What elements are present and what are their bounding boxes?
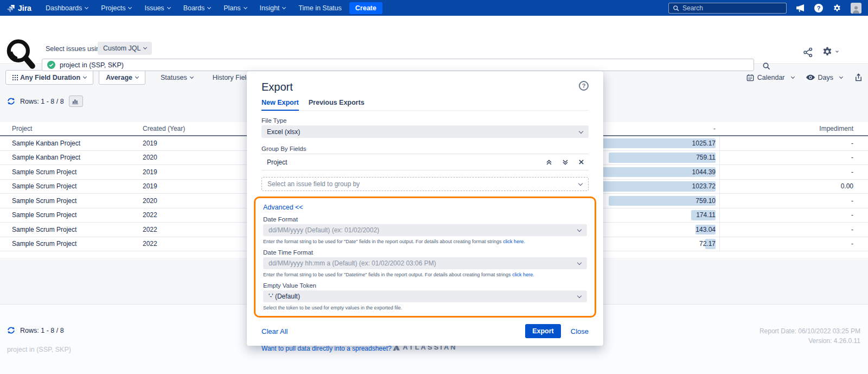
export-button[interactable]: Export [525, 324, 561, 338]
average-dropdown[interactable]: Average [99, 70, 145, 85]
nav-search-input[interactable]: Search [668, 3, 787, 14]
cell-project: Sample Kanban Project [0, 151, 143, 165]
chevron-down-icon [143, 46, 147, 49]
cell-year: 2019 [143, 136, 251, 150]
top-nav: Jira DashboardsProjectsIssuesBoardsPlans… [0, 0, 868, 16]
chevron-down-icon [167, 5, 171, 9]
group-by-label: Group By Fields [261, 145, 589, 152]
cell-value-text: 174.11 [696, 211, 716, 219]
jira-mark-icon [7, 4, 15, 12]
nav-item-projects[interactable]: Projects [101, 4, 131, 12]
cell-project: Sample Scrum Project [0, 180, 143, 194]
jira-logo[interactable]: Jira [7, 4, 31, 12]
rows-info-top: Rows: 1 - 8 / 8 [7, 96, 83, 107]
days-dropdown[interactable]: Days [806, 74, 843, 81]
brand-name: Jira [18, 4, 31, 12]
chevron-down-icon [207, 5, 211, 9]
file-type-label: File Type [261, 117, 589, 124]
nav-item-issues[interactable]: Issues [144, 4, 170, 12]
bar-chart-icon [72, 98, 79, 104]
dialog-help-icon[interactable]: ? [579, 81, 589, 91]
cell-year: 2020 [143, 151, 251, 165]
remove-group-icon[interactable] [578, 159, 584, 165]
cell-project: Sample Scrum Project [0, 165, 143, 179]
nav-item-plans[interactable]: Plans [224, 4, 246, 12]
click-here-link[interactable]: click here. [512, 272, 534, 277]
date-format-select[interactable]: dd/MM/yyyy (Default) (ex: 01/02/2002) [263, 224, 587, 236]
chevron-down-icon [835, 49, 839, 53]
datetime-format-select[interactable]: dd/MM/yyyy hh:mm a (Default) (ex: 01/02/… [263, 257, 587, 269]
datetime-format-helper: Enter the format string to be used for "… [263, 272, 587, 277]
cell-value-text: 1025.17 [692, 140, 716, 147]
grid-icon [12, 75, 14, 76]
rows-info-bottom: Rows: 1 - 8 / 8 [7, 326, 64, 334]
nav-item-boards[interactable]: Boards [183, 4, 211, 12]
run-query-button[interactable] [761, 60, 771, 71]
chevron-down-icon [128, 5, 132, 9]
user-avatar[interactable] [851, 3, 861, 14]
chevron-down-icon [579, 129, 583, 133]
announcement-icon[interactable] [795, 3, 805, 13]
share-icon[interactable] [803, 47, 813, 60]
nav-item-insight[interactable]: Insight [260, 4, 286, 12]
cell-year: 2019 [143, 180, 251, 194]
toolbar-right: Calendar Days [739, 73, 863, 81]
cell-impediment: - [719, 237, 868, 251]
clear-all-link[interactable]: Clear All [261, 327, 288, 335]
cell-impediment: - [719, 151, 868, 165]
nav-item-time-in-status[interactable]: Time in Status [298, 4, 341, 12]
chevron-down-icon [578, 181, 583, 186]
col-header-year[interactable]: Created (Year) [143, 122, 251, 135]
move-bottom-icon[interactable] [562, 159, 569, 166]
cell-value-text: 759.10 [695, 197, 716, 205]
group-by-placeholder-select[interactable]: Select an issue field to group by [261, 177, 589, 191]
chevron-down-icon [839, 74, 843, 78]
cell-project: Sample Scrum Project [0, 208, 143, 223]
tab-new-export[interactable]: New Export [261, 99, 299, 111]
cell-value-text: 759.11 [696, 154, 716, 161]
magnifier-logo-icon [4, 37, 38, 74]
nav-right: Search ? [668, 3, 861, 14]
export-icon[interactable] [854, 73, 863, 81]
statuses-dropdown[interactable]: Statuses [161, 74, 193, 81]
jql-mode-dropdown[interactable]: Custom JQL [98, 42, 152, 55]
move-top-icon[interactable] [546, 159, 552, 166]
col-header-impediment[interactable]: Impediment [719, 122, 868, 135]
chevron-down-icon [282, 5, 286, 9]
cell-year: 2022 [143, 208, 251, 223]
cell-year: 2019 [143, 165, 251, 179]
click-here-link[interactable]: click here. [503, 239, 525, 244]
tab-previous-exports[interactable]: Previous Exports [309, 99, 365, 110]
col-header-project[interactable]: Project [0, 122, 143, 135]
help-icon[interactable]: ? [814, 3, 824, 13]
settings-gear-icon[interactable] [832, 3, 842, 13]
cell-value-text: 143.04 [695, 226, 716, 233]
person-icon [852, 5, 860, 14]
spreadsheet-link[interactable]: Want to pull data directly into a spread… [261, 345, 392, 352]
empty-token-select[interactable]: '-' (Default) [263, 290, 587, 302]
cell-impediment: - [719, 208, 868, 223]
advanced-toggle-link[interactable]: Advanced << [263, 204, 303, 211]
chevron-down-icon [83, 74, 87, 78]
nav-search-placeholder: Search [682, 4, 703, 12]
create-button[interactable]: Create [349, 2, 382, 14]
refresh-icon[interactable] [7, 97, 15, 105]
chevron-down-icon [190, 74, 194, 78]
search-icon [673, 5, 679, 11]
advanced-panel: Advanced << Date Format dd/MM/yyyy (Defa… [254, 196, 596, 318]
dialog-footer: Clear All Export Close [261, 324, 589, 338]
cell-impediment: - [719, 194, 868, 208]
chevron-down-icon [243, 5, 247, 9]
chart-toggle-button[interactable] [69, 96, 83, 107]
chevron-down-icon [135, 74, 139, 78]
close-link[interactable]: Close [571, 327, 589, 335]
page-settings-gear-icon[interactable] [822, 46, 838, 57]
refresh-icon[interactable] [7, 326, 15, 334]
date-format-helper: Enter the format string to be used for "… [263, 239, 587, 244]
jql-query-input[interactable]: project in (SSP, SKP) [42, 59, 754, 71]
calendar-dropdown[interactable]: Calendar [746, 74, 794, 81]
nav-item-dashboards[interactable]: Dashboards [46, 4, 88, 12]
file-type-select[interactable]: Excel (xlsx) [261, 125, 589, 138]
version-label: Version: 4.26.0.11 [760, 336, 860, 346]
report-date-label: Report Date: 06/10/2022 03:25 PM [760, 326, 860, 336]
